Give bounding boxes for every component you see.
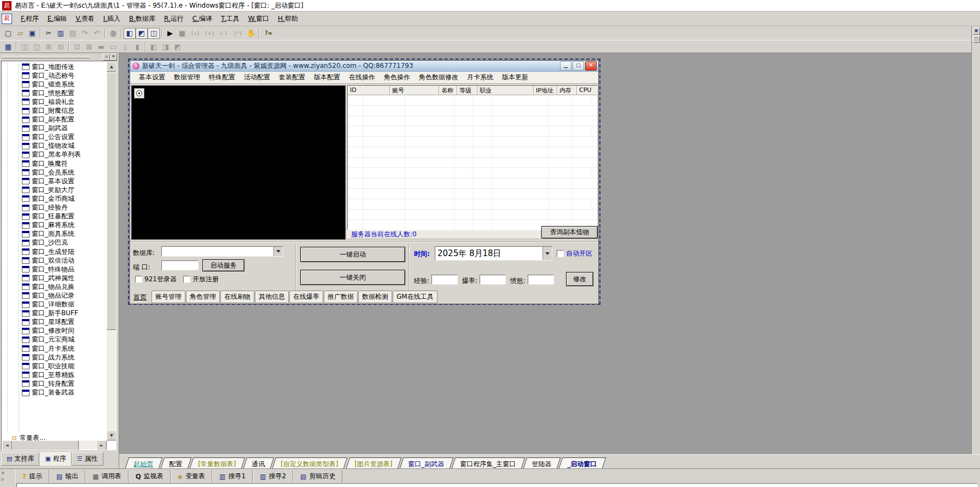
close-icon[interactable]: ✕	[110, 54, 117, 61]
login-921-checkbox[interactable]: 921登录器	[135, 275, 177, 284]
one-key-stop-button[interactable]: 一键关闭	[300, 270, 405, 285]
toolbar-button[interactable]: ▭	[107, 41, 119, 52]
listview-column-header[interactable]: 内存	[557, 86, 577, 95]
toolbar-button[interactable]: ⊠	[83, 41, 95, 52]
bottom-tab[interactable]: ▤剪辑历史	[293, 470, 342, 483]
ide-tab[interactable]: _启动窗口	[559, 457, 606, 468]
ide-tab[interactable]: [常量数据表]	[190, 457, 246, 468]
auto-open-checkbox[interactable]: 自动开区	[557, 249, 592, 258]
listview-column-header[interactable]: ID	[348, 86, 390, 95]
menu-item[interactable]: C.编译	[188, 13, 217, 25]
form-tab[interactable]: 角色管理	[186, 291, 220, 303]
tree-item-window[interactable]: 窗口_副本配置	[2, 115, 106, 124]
timer-component-icon[interactable]	[134, 88, 144, 98]
toolbar-button[interactable]: {*}	[231, 28, 245, 39]
toolbar-button[interactable]: ✋	[245, 28, 257, 39]
date-picker[interactable]: 2025年 8月18日	[435, 246, 552, 260]
toolbar-button[interactable]: ↶	[91, 28, 103, 39]
tab-support-libraries[interactable]: ▤ 支持库	[1, 452, 39, 466]
tree-item-window[interactable]: 窗口_月卡系统	[2, 344, 106, 353]
menu-item[interactable]: R.运行	[160, 13, 188, 25]
toolbar-button[interactable]: ?∞	[261, 28, 276, 39]
tree-item-window[interactable]: 窗口_转身配置	[2, 379, 106, 388]
toolbar-button[interactable]: ◧	[148, 41, 160, 52]
tree-item-window[interactable]: 窗口_副武器	[2, 124, 106, 133]
scroll-left-icon[interactable]: ◄	[2, 440, 12, 450]
bottom-tab[interactable]: ▥搜寻1	[212, 470, 253, 483]
one-key-start-button[interactable]: 一键启动	[300, 247, 405, 262]
toolbar-button[interactable]: {+}	[202, 28, 217, 39]
chevron-down-icon[interactable]	[542, 247, 552, 260]
tree-item-window[interactable]: 窗口_元宝商城	[2, 335, 106, 344]
query-dungeon-monsters-button[interactable]: 查询副本怪物	[541, 226, 598, 239]
toolbar-button[interactable]: ⊞	[43, 41, 55, 52]
tree-item-window[interactable]: 窗口_详细数据	[2, 300, 106, 309]
listview-column-header[interactable]: IP地址	[534, 86, 557, 95]
toolbar-button[interactable]	[121, 28, 122, 38]
port-input[interactable]	[161, 260, 199, 270]
bottom-tab[interactable]: ▤输出	[49, 470, 85, 483]
menu-item[interactable]: V.查看	[71, 13, 98, 25]
tree-item-window[interactable]: 窗口_物品兑换	[2, 282, 106, 291]
form-menu-item[interactable]: 角色数据修改	[415, 72, 463, 83]
dock-pin-icon[interactable]: ▫	[1, 477, 4, 482]
menu-item[interactable]: T.工具	[217, 13, 244, 25]
toolbar-button[interactable]: ✂	[43, 28, 55, 39]
toolbar-button[interactable]: ◫	[19, 41, 31, 52]
maximize-button[interactable]: □	[573, 61, 584, 71]
toolbar-button[interactable]	[68, 42, 69, 51]
open-register-checkbox[interactable]: 开放注册	[183, 275, 219, 284]
listview-column-header[interactable]: 账号	[390, 86, 439, 95]
tree-item-window[interactable]: 窗口_公告设置	[2, 133, 106, 142]
tab-home[interactable]: 首页	[131, 292, 151, 303]
form-menu-item[interactable]: 在线操作	[345, 72, 380, 83]
toolbar-button[interactable]: ◫	[148, 28, 160, 39]
form-tab[interactable]: 在线爆率	[289, 291, 323, 303]
toolbar-button[interactable]: ◧	[124, 28, 136, 39]
toolbar-button[interactable]	[161, 28, 162, 38]
tree-item-window[interactable]: 窗口_战力系统	[2, 353, 106, 362]
tree-item-window[interactable]: 窗口_黑名单列表	[2, 150, 106, 159]
toolbar-button[interactable]: ◫	[31, 41, 43, 52]
ide-tab[interactable]: [图片资源表]	[346, 457, 402, 468]
toolbar-button[interactable]: ▮	[131, 41, 143, 52]
toolbar-button[interactable]: ▦	[2, 41, 14, 52]
form-tab[interactable]: 其他信息	[255, 291, 289, 303]
tree-horizontal-scrollbar[interactable]: ◄ ►	[2, 440, 107, 449]
toolbar-button[interactable]	[259, 28, 260, 38]
tree-item-window[interactable]: 窗口_经验丹	[2, 204, 106, 212]
toolbar-button[interactable]: ▯	[119, 41, 131, 52]
form-menu-item[interactable]: 活动配置	[240, 72, 275, 83]
listview-column-header[interactable]: 职业	[477, 86, 534, 95]
tree-item-window[interactable]: 窗口_新手BUFF	[2, 309, 106, 318]
tree-item-window[interactable]: 窗口_职业技能	[2, 362, 106, 370]
form-menu-item[interactable]: 角色操作	[380, 72, 415, 83]
form-titlebar[interactable]: 5 新破天一剑 - 综合管理器 - 九级面具 - 紫嫣资源网 - www.ziy…	[130, 61, 598, 72]
form-tab[interactable]: GM在线工具	[393, 291, 438, 303]
tree-item-window[interactable]: 窗口_愤怒配置	[2, 89, 106, 97]
form-menu-item[interactable]: 特殊配置	[205, 72, 240, 83]
tree-item-window[interactable]: 窗口_物品记录	[2, 291, 106, 300]
tree-item-window[interactable]: 窗口_动态称号	[2, 71, 106, 80]
toolbar-button[interactable]: ◩	[136, 28, 148, 39]
anger-input[interactable]	[528, 275, 554, 285]
toolbar-button[interactable]: {-}	[217, 28, 231, 39]
listview-column-header[interactable]: 名称	[439, 86, 457, 95]
tree-item-window[interactable]: 窗口_福袋礼盒	[2, 97, 106, 106]
toolbar-button[interactable]: ▥	[55, 28, 67, 39]
form-menu-item[interactable]: 数据管理	[170, 72, 205, 83]
form-tab[interactable]: 推广数据	[324, 291, 358, 303]
ide-tab[interactable]: 通讯	[243, 457, 274, 468]
tree-vertical-scrollbar[interactable]: ▲ ▼	[107, 62, 115, 440]
start-service-button[interactable]: 启动服务	[202, 259, 244, 271]
pin-icon[interactable]: ▫	[103, 54, 110, 61]
tree-item-window[interactable]: 窗口_附魔信息	[2, 106, 106, 115]
tree-item-window[interactable]: 窗口_星球配置	[2, 318, 106, 327]
tree-item-window[interactable]: 窗口_狂暴配置	[2, 212, 106, 221]
scroll-up-icon[interactable]: ▲	[107, 62, 116, 72]
chevron-down-icon[interactable]	[273, 247, 283, 256]
bottom-tab[interactable]: Q监视表	[129, 470, 171, 483]
close-button[interactable]: ✕	[585, 61, 597, 71]
tab-properties[interactable]: ☰ 属性	[72, 452, 103, 466]
scroll-down-icon[interactable]: ▼	[107, 431, 116, 440]
